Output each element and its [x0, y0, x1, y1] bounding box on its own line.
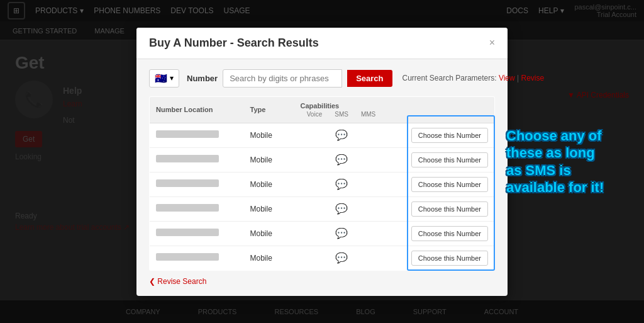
mms-cell: [357, 246, 389, 270]
sms-cell: 💬: [326, 123, 357, 147]
table-header-row: Number Location Type Capabilities Voice …: [150, 96, 495, 123]
search-params: Current Search Parameters: View | Revise: [402, 74, 545, 82]
table-row: Mobile 💬 Choose this Number: [150, 172, 495, 196]
sms-icon: 💬: [335, 252, 348, 263]
th-mms: MMS: [361, 111, 375, 118]
mms-cell: [357, 123, 389, 147]
annotation-bubble: Choose any of these as long as SMS is av…: [506, 127, 607, 196]
sms-icon: 💬: [335, 130, 348, 140]
voice-cell: [294, 246, 326, 270]
choose-number-button[interactable]: Choose this Number: [411, 128, 488, 143]
voice-cell: [294, 172, 326, 196]
th-action: [389, 96, 495, 123]
revise-link[interactable]: Revise: [521, 74, 545, 82]
choose-number-button[interactable]: Choose this Number: [411, 226, 488, 241]
table-row: Mobile 💬 Choose this Number: [150, 147, 495, 172]
modal: Buy A Number - Search Results × 🇦🇺 ▾ Num…: [136, 28, 508, 296]
sms-icon: 💬: [335, 228, 348, 239]
number-cell: [150, 246, 244, 270]
voice-cell: [294, 196, 326, 221]
mms-cell: [357, 221, 389, 246]
action-cell: Choose this Number: [389, 246, 495, 270]
action-cell: Choose this Number: [389, 221, 495, 246]
number-cell: [150, 172, 244, 196]
flag-icon: 🇦🇺: [155, 72, 167, 84]
results-table: Number Location Type Capabilities Voice …: [149, 96, 495, 271]
blurred-number: [156, 155, 219, 162]
sms-icon: 💬: [335, 154, 348, 165]
type-cell: Mobile: [244, 123, 294, 147]
number-label: Number: [187, 74, 218, 83]
modal-close-button[interactable]: ×: [489, 37, 495, 48]
voice-cell: [294, 221, 326, 246]
search-button[interactable]: Search: [347, 70, 392, 87]
th-number-location: Number Location: [150, 96, 244, 123]
action-cell: Choose this Number: [389, 172, 495, 196]
sms-cell: 💬: [326, 147, 357, 172]
table-wrapper: Number Location Type Capabilities Voice …: [149, 96, 495, 271]
table-row: Mobile 💬 Choose this Number: [150, 246, 495, 270]
mms-cell: [357, 172, 389, 196]
choose-number-button[interactable]: Choose this Number: [411, 152, 488, 167]
type-cell: Mobile: [244, 172, 294, 196]
sms-cell: 💬: [326, 221, 357, 246]
blurred-number: [156, 229, 219, 236]
search-bar: 🇦🇺 ▾ Number Search Current Search Parame…: [149, 69, 495, 88]
voice-cell: [294, 147, 326, 172]
action-cell: Choose this Number: [389, 196, 495, 221]
blurred-number: [156, 179, 219, 187]
mms-cell: [357, 147, 389, 172]
modal-title: Buy A Number - Search Results: [149, 37, 319, 50]
view-link[interactable]: View: [499, 74, 515, 82]
modal-header: Buy A Number - Search Results ×: [136, 28, 508, 59]
th-sms: SMS: [335, 111, 348, 118]
modal-body: 🇦🇺 ▾ Number Search Current Search Parame…: [136, 59, 508, 296]
country-selector[interactable]: 🇦🇺 ▾: [149, 69, 179, 88]
sms-cell: 💬: [326, 172, 357, 196]
type-cell: Mobile: [244, 196, 294, 221]
sms-icon: 💬: [335, 179, 348, 190]
choose-number-button[interactable]: Choose this Number: [411, 177, 488, 192]
number-cell: [150, 221, 244, 246]
number-cell: [150, 196, 244, 221]
table-row: Mobile 💬 Choose this Number: [150, 123, 495, 147]
th-capabilities: Capabilities Voice SMS MMS: [294, 96, 389, 123]
table-row: Mobile 💬 Choose this Number: [150, 196, 495, 221]
chevron-down-icon: ▾: [170, 74, 174, 82]
table-row: Mobile 💬 Choose this Number: [150, 221, 495, 246]
type-cell: Mobile: [244, 246, 294, 270]
voice-cell: [294, 123, 326, 147]
action-cell: Choose this Number: [389, 123, 495, 147]
choose-number-button[interactable]: Choose this Number: [411, 201, 488, 217]
sms-icon: 💬: [335, 203, 348, 214]
type-cell: Mobile: [244, 221, 294, 246]
search-input[interactable]: [223, 69, 342, 88]
blurred-number: [156, 204, 219, 212]
revise-search-link[interactable]: ❮ Revise Search: [149, 277, 206, 286]
action-cell: Choose this Number: [389, 147, 495, 172]
sms-cell: 💬: [326, 196, 357, 221]
mms-cell: [357, 196, 389, 221]
number-cell: [150, 147, 244, 172]
blurred-number: [156, 253, 219, 261]
choose-number-button[interactable]: Choose this Number: [411, 251, 488, 266]
type-cell: Mobile: [244, 147, 294, 172]
th-voice: Voice: [307, 111, 322, 118]
number-cell: [150, 123, 244, 147]
sms-cell: 💬: [326, 246, 357, 270]
blurred-number: [156, 130, 219, 138]
th-type: Type: [244, 96, 294, 123]
